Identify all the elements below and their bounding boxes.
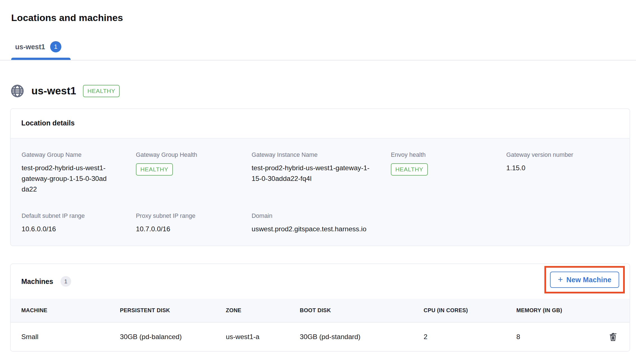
field-domain: Domain uswest.prod2.gitspace.test.harnes… — [252, 213, 621, 234]
location-details-body: Gateway Group Name test-prod2-hybrid-us-… — [11, 138, 630, 246]
machines-title: Machines — [21, 277, 53, 286]
details-row-1: Gateway Group Name test-prod2-hybrid-us-… — [22, 151, 621, 195]
tab-count-badge: 1 — [50, 41, 61, 52]
location-name: us-west1 — [31, 85, 76, 97]
table-row: Small 30GB (pd-balanced) us-west1-a 30GB… — [11, 323, 630, 351]
details-row-2: Default subnet IP range 10.6.0.0/16 Prox… — [22, 213, 621, 234]
location-heading: us-west1 HEALTHY — [10, 82, 120, 100]
location-details-header: Location details — [11, 109, 630, 127]
envoy-health-badge: HEALTHY — [391, 163, 428, 176]
globe-icon — [10, 82, 25, 100]
location-details-title: Location details — [21, 119, 75, 127]
location-health-badge: HEALTHY — [83, 85, 120, 97]
cell-memory: 8 — [516, 333, 607, 341]
field-gateway-instance-name: Gateway Instance Name test-prod2-hybrid-… — [252, 151, 391, 195]
locations-and-machines-page: Locations and machines us-west1 1 us-wes… — [0, 0, 636, 364]
tabs-divider — [0, 60, 636, 60]
highlight-annotation: + New Machine — [544, 266, 625, 293]
field-gateway-version: Gateway version number 1.15.0 — [506, 151, 621, 195]
delete-machine-button[interactable] — [607, 330, 619, 344]
field-value: uswest.prod2.gitspace.test.harness.io — [252, 224, 621, 234]
machines-table-header: MACHINE PERSISTENT DISK ZONE BOOT DISK C… — [11, 299, 630, 323]
machines-card: Machines 1 + New Machine MACHINE PERSIST… — [10, 263, 630, 352]
field-gateway-group-name: Gateway Group Name test-prod2-hybrid-us-… — [22, 151, 136, 195]
tab-us-west1[interactable]: us-west1 1 — [11, 39, 66, 54]
col-persistent-disk: PERSISTENT DISK — [120, 307, 226, 314]
new-machine-button-label: New Machine — [566, 276, 611, 284]
gateway-group-health-badge: HEALTHY — [136, 163, 173, 176]
field-value: 10.6.0.0/16 — [22, 224, 136, 234]
cell-persistent-disk: 30GB (pd-balanced) — [120, 333, 226, 341]
cell-boot-disk: 30GB (pd-standard) — [300, 333, 424, 341]
tab-label: us-west1 — [15, 43, 45, 51]
trash-icon — [608, 331, 618, 343]
machines-count-badge: 1 — [61, 276, 71, 287]
col-cpu: CPU (IN CORES) — [424, 307, 516, 314]
col-machine: MACHINE — [21, 307, 120, 314]
machines-header: Machines 1 + New Machine — [11, 264, 630, 299]
field-proxy-subnet: Proxy subnet IP range 10.7.0.0/16 — [136, 213, 252, 234]
field-value: 1.15.0 — [506, 163, 621, 173]
field-envoy-health: Envoy health HEALTHY — [391, 151, 506, 195]
col-boot-disk: BOOT DISK — [300, 307, 424, 314]
cell-cpu: 2 — [424, 333, 516, 341]
page-title: Locations and machines — [11, 12, 123, 23]
field-gateway-group-health: Gateway Group Health HEALTHY — [136, 151, 252, 195]
cell-zone: us-west1-a — [226, 333, 300, 341]
field-value: test-prod2-hybrid-us-west1-gateway-group… — [22, 163, 109, 195]
new-machine-button[interactable]: + New Machine — [550, 272, 619, 288]
location-details-card: Location details Gateway Group Name test… — [10, 108, 630, 246]
col-memory: MEMORY (IN GB) — [516, 307, 607, 314]
field-value: 10.7.0.0/16 — [136, 224, 252, 234]
field-value: test-prod2-hybrid-us-west1-gateway-1-15-… — [252, 163, 373, 184]
field-default-subnet: Default subnet IP range 10.6.0.0/16 — [22, 213, 136, 234]
plus-icon: + — [558, 275, 563, 284]
col-zone: ZONE — [226, 307, 300, 314]
cell-machine: Small — [21, 333, 120, 341]
